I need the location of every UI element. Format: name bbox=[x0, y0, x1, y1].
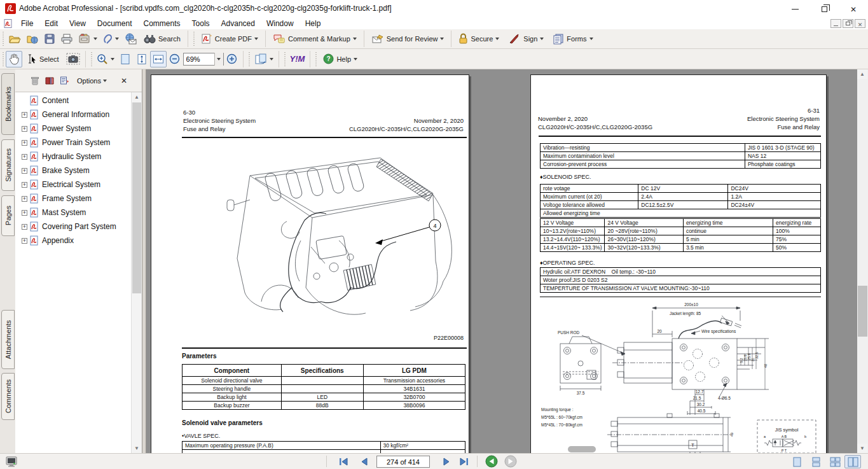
previous-view-button[interactable] bbox=[483, 455, 500, 468]
zoom-out-button[interactable] bbox=[167, 51, 183, 67]
menu-item-tools[interactable]: Tools bbox=[186, 18, 216, 29]
search-button[interactable]: Search bbox=[139, 31, 185, 47]
single-page-view-button[interactable] bbox=[789, 455, 805, 468]
bookmark-item[interactable]: Power System bbox=[22, 122, 91, 136]
fit-page-button[interactable] bbox=[117, 51, 134, 67]
zoom-dropdown-button[interactable] bbox=[214, 53, 223, 66]
fit-width-button[interactable] bbox=[150, 51, 167, 67]
tab-comments[interactable]: Comments bbox=[1, 373, 15, 420]
tab-signatures[interactable]: Signatures bbox=[1, 139, 15, 191]
scroll-down-arrow-icon[interactable] bbox=[857, 444, 867, 453]
menu-item-comments[interactable]: Comments bbox=[138, 18, 186, 29]
toolbar-grip[interactable] bbox=[3, 52, 4, 66]
help-button[interactable]: ? Help bbox=[319, 51, 362, 67]
scrollbar-thumb[interactable] bbox=[858, 286, 867, 337]
first-page-button[interactable] bbox=[336, 455, 351, 468]
facing-view-button[interactable] bbox=[844, 455, 861, 468]
close-button[interactable] bbox=[839, 0, 868, 18]
expand-plus-icon[interactable] bbox=[22, 238, 27, 244]
expand-plus-icon[interactable] bbox=[22, 126, 27, 132]
toolbar-grip[interactable] bbox=[249, 52, 250, 66]
menu-item-window[interactable]: Window bbox=[261, 18, 300, 29]
document-vertical-scrollbar[interactable] bbox=[857, 69, 868, 453]
scroll-up-arrow-icon[interactable] bbox=[132, 92, 142, 102]
bookmark-item[interactable]: Brake System bbox=[22, 164, 90, 178]
close-panel-button[interactable] bbox=[118, 73, 130, 88]
toolbar-grip[interactable] bbox=[91, 52, 92, 66]
bookmark-item[interactable]: Content bbox=[22, 94, 69, 108]
expand-plus-icon[interactable] bbox=[22, 182, 27, 188]
expand-plus-icon[interactable] bbox=[22, 224, 27, 230]
restore-button[interactable] bbox=[809, 0, 839, 18]
send-for-review-button[interactable]: Send for Review bbox=[367, 31, 449, 47]
doc-minimize-button[interactable] bbox=[830, 19, 841, 28]
toolbar-grip[interactable] bbox=[315, 52, 317, 66]
next-page-button[interactable] bbox=[439, 455, 454, 468]
zoom-tool-button[interactable] bbox=[94, 51, 117, 67]
menu-item-advanced[interactable]: Advanced bbox=[216, 18, 261, 29]
bookmark-item[interactable]: Frame System bbox=[22, 192, 92, 206]
print-button[interactable] bbox=[58, 31, 76, 47]
organizer-button[interactable] bbox=[76, 31, 100, 47]
attach-file-button[interactable] bbox=[100, 31, 121, 47]
hand-tool-button[interactable] bbox=[6, 51, 22, 67]
scroll-down-arrow-icon[interactable] bbox=[132, 444, 142, 453]
scrollbar-thumb[interactable] bbox=[132, 102, 141, 293]
email-button[interactable] bbox=[121, 31, 139, 47]
create-pdf-button[interactable]: Create PDF bbox=[196, 31, 263, 47]
last-page-button[interactable] bbox=[457, 455, 472, 468]
sign-button[interactable]: Sign bbox=[504, 31, 548, 47]
page-number-input[interactable] bbox=[376, 456, 430, 468]
next-view-button[interactable] bbox=[502, 455, 519, 468]
menu-item-edit[interactable]: Edit bbox=[39, 18, 64, 29]
bookmark-item[interactable]: Hydraulic System bbox=[22, 150, 101, 164]
tab-bookmarks[interactable]: Bookmarks bbox=[1, 73, 15, 135]
minimize-button[interactable] bbox=[780, 0, 809, 18]
new-bookmark-button[interactable] bbox=[57, 73, 72, 88]
bookmarks-options-button[interactable]: Options bbox=[74, 73, 109, 88]
page-display-button[interactable] bbox=[252, 51, 276, 67]
save-button[interactable] bbox=[41, 31, 58, 47]
previous-page-button[interactable] bbox=[356, 455, 371, 468]
menu-item-help[interactable]: Help bbox=[300, 18, 327, 29]
expand-plus-icon[interactable] bbox=[22, 140, 27, 146]
fit-height-button[interactable] bbox=[134, 51, 150, 67]
menu-item-document[interactable]: Document bbox=[92, 18, 138, 29]
menu-item-view[interactable]: View bbox=[64, 18, 92, 29]
bookmark-item[interactable]: General Information bbox=[22, 108, 109, 122]
toolbar-grip[interactable] bbox=[284, 52, 286, 66]
select-tool-button[interactable]: Select bbox=[22, 51, 64, 67]
expand-plus-icon[interactable] bbox=[22, 210, 27, 216]
reading-mode-button[interactable] bbox=[4, 455, 19, 468]
scroll-up-arrow-icon[interactable] bbox=[857, 69, 867, 79]
menu-item-file[interactable]: File bbox=[15, 18, 39, 29]
toolbar-grip[interactable] bbox=[3, 32, 4, 46]
forms-button[interactable]: Forms bbox=[548, 31, 597, 47]
horizontal-scrollbar-thumb[interactable] bbox=[568, 446, 596, 452]
snapshot-tool-button[interactable] bbox=[64, 51, 83, 67]
doc-restore-button[interactable] bbox=[843, 19, 853, 28]
secure-button[interactable]: Secure bbox=[454, 31, 504, 47]
bookmark-item[interactable]: Covering Part System bbox=[22, 220, 116, 234]
tab-attachments[interactable]: Attachments bbox=[1, 310, 15, 369]
toolbar-grip[interactable] bbox=[193, 32, 195, 46]
open-button[interactable] bbox=[6, 31, 24, 47]
bookmarks-scrollbar[interactable] bbox=[131, 92, 142, 453]
zoom-in-button[interactable] bbox=[224, 51, 240, 67]
doc-close-button[interactable] bbox=[855, 19, 865, 28]
bookmark-item[interactable]: Electrical System bbox=[22, 178, 100, 192]
comment-markup-button[interactable]: Comment & Markup bbox=[268, 31, 361, 47]
continuous-view-button[interactable] bbox=[808, 455, 824, 468]
expand-plus-icon[interactable] bbox=[22, 168, 27, 174]
yahoo-messenger-button[interactable]: Y!M bbox=[287, 51, 308, 67]
bookmark-item[interactable]: Power Train System bbox=[22, 136, 110, 150]
delete-bookmark-button[interactable] bbox=[28, 73, 42, 88]
bookmark-item[interactable]: Mast System bbox=[22, 206, 86, 220]
tab-pages[interactable]: Pages bbox=[1, 195, 15, 236]
open-web-page-button[interactable] bbox=[24, 31, 41, 47]
document-area[interactable]: 6-30 Electronic Steering System Fuse and… bbox=[146, 69, 868, 453]
zoom-level-input[interactable] bbox=[184, 55, 214, 63]
expand-plus-icon[interactable] bbox=[22, 154, 27, 160]
expand-current-bookmark-button[interactable] bbox=[42, 73, 57, 88]
bookmark-item[interactable]: Appendix bbox=[22, 234, 74, 248]
